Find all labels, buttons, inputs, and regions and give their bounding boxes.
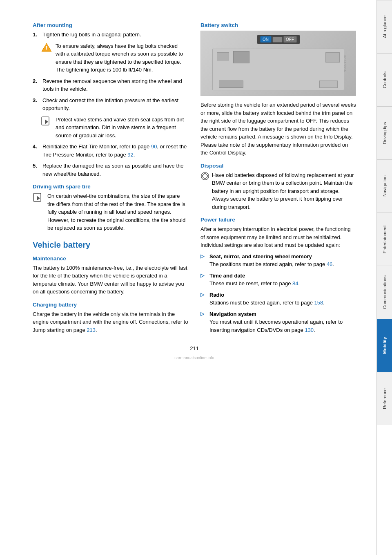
charging-battery-text: Charge the battery in the vehicle only v… xyxy=(33,310,188,334)
sidebar-tab-controls[interactable]: Controls xyxy=(377,53,392,106)
sidebar-tab-reference[interactable]: Reference xyxy=(377,372,392,425)
after-mounting-steps-2: 2. Reverse the removal sequence when sto… xyxy=(33,77,188,112)
step-5-num: 5. xyxy=(33,162,41,178)
sidebar-tab-communications[interactable]: Communications xyxy=(377,266,392,319)
bullet-arrow-4: ▷ xyxy=(200,310,206,334)
battery-switch-section: Battery switch ON OFF xyxy=(200,22,356,157)
sidebar-tab-at-a-glance[interactable]: At a glance xyxy=(377,0,392,53)
step-3: 3. Check and correct the tire inflation … xyxy=(33,96,188,112)
svg-marker-3 xyxy=(45,119,48,124)
battery-switch-buttons: ON OFF xyxy=(257,35,300,44)
step-2-num: 2. xyxy=(33,77,41,93)
disposal-icon xyxy=(200,172,209,181)
link-page-92[interactable]: 92 xyxy=(127,152,133,158)
bottom-watermark: carmanualsonline.info xyxy=(33,356,356,360)
power-failure-item-3: ▷ Radio Stations must be stored again, r… xyxy=(200,291,356,307)
step-4-num: 4. xyxy=(33,143,41,159)
step-4: 4. Reinitialize the Flat Tire Monitor, r… xyxy=(33,143,188,159)
switch-indicator xyxy=(272,37,282,43)
sidebar: At a glance Controls Driving tips Naviga… xyxy=(376,0,392,555)
battery-switch-text: Before storing the vehicle for an extend… xyxy=(200,101,356,157)
link-page-90[interactable]: 90 xyxy=(151,143,157,150)
step-4-text: Reinitialize the Flat Tire Monitor, refe… xyxy=(42,143,188,159)
step-5: 5. Replace the damaged tire as soon as p… xyxy=(33,162,188,178)
step-3-num: 3. xyxy=(33,96,41,112)
charging-battery-section: Charging battery Charge the battery in t… xyxy=(33,302,188,334)
spare-tire-text: On certain wheel-tire combinations, the … xyxy=(47,192,188,232)
sidebar-tab-entertainment[interactable]: Entertainment xyxy=(377,213,392,266)
after-mounting-section: After mounting 1. Tighten the lug bolts … xyxy=(33,22,188,178)
component-2 xyxy=(233,51,249,63)
step-1: 1. Tighten the lug bolts in a diagonal p… xyxy=(33,31,188,39)
switch-on-label: ON xyxy=(260,36,271,43)
step-1-num: 1. xyxy=(33,31,41,39)
component-3 xyxy=(325,52,340,63)
power-failure-item-2-text: Time and date These must be reset, refer… xyxy=(209,272,300,288)
disposal-info-box: Have old batteries disposed of following… xyxy=(200,171,356,211)
link-page-130[interactable]: 130 xyxy=(305,327,314,333)
bullet-arrow-3: ▷ xyxy=(200,291,206,307)
after-mounting-steps-3: 4. Reinitialize the Flat Tire Monitor, r… xyxy=(33,143,188,178)
svg-marker-5 xyxy=(37,196,40,201)
info-icon-1 xyxy=(41,116,52,126)
link-page-213[interactable]: 213 xyxy=(87,327,96,333)
step-5-text: Replace the damaged tire as soon as poss… xyxy=(42,162,188,178)
after-mounting-steps: 1. Tighten the lug bolts in a diagonal p… xyxy=(33,31,188,39)
bullet-arrow-2: ▷ xyxy=(200,272,206,288)
step-1-text: Tighten the lug bolts in a diagonal patt… xyxy=(42,31,141,39)
after-mounting-heading: After mounting xyxy=(33,22,188,28)
left-column: After mounting 1. Tighten the lug bolts … xyxy=(33,16,188,337)
driving-spare-tire-heading: Driving with spare tire xyxy=(33,184,188,190)
component-4 xyxy=(219,81,243,88)
power-failure-item-2: ▷ Time and date These must be reset, ref… xyxy=(200,272,356,288)
power-failure-intro: After a temporary interruption in electr… xyxy=(200,225,356,249)
charging-battery-heading: Charging battery xyxy=(33,302,188,308)
link-page-84[interactable]: 84 xyxy=(292,280,298,286)
sidebar-tab-mobility[interactable]: Mobility xyxy=(377,319,392,372)
switch-off-label: OFF xyxy=(283,36,296,43)
power-failure-item-4: ▷ Navigation system You must wait until … xyxy=(200,310,356,334)
sidebar-tab-driving-tips[interactable]: Driving tips xyxy=(377,106,392,159)
disposal-section: Disposal Have old batteries disposed of … xyxy=(200,163,356,211)
spare-tire-info: On certain wheel-tire combinations, the … xyxy=(33,192,188,232)
info-box-1: Protect valve stems and valve stem seal … xyxy=(41,116,188,140)
maintenance-text: The battery is 100% maintenance-free, i.… xyxy=(33,264,188,296)
power-failure-list: ▷ Seat, mirror, and steering wheel memor… xyxy=(200,253,356,334)
component-1 xyxy=(217,52,229,60)
power-failure-item-1: ▷ Seat, mirror, and steering wheel memor… xyxy=(200,253,356,269)
maintenance-section: Maintenance The battery is 100% maintena… xyxy=(33,255,188,296)
link-page-46[interactable]: 46 xyxy=(327,261,332,267)
driving-spare-tire-section: Driving with spare tire On certain wheel… xyxy=(33,184,188,232)
warning-box-1: ! To ensure safety, always have the lug … xyxy=(41,42,188,74)
step-3-text: Check and correct the tire inflation pre… xyxy=(42,96,188,112)
link-page-158[interactable]: 158 xyxy=(314,300,323,306)
info-1-text: Protect valve stems and valve stem seal … xyxy=(56,116,188,140)
svg-text:!: ! xyxy=(46,45,48,51)
watermark-text: UC2A08GA xyxy=(343,55,347,72)
battery-image-inner: ON OFF xyxy=(201,31,356,96)
disposal-text: Have old batteries disposed of following… xyxy=(212,171,356,211)
page-number: 211 xyxy=(33,345,356,351)
component-5 xyxy=(319,81,338,88)
power-failure-heading: Power failure xyxy=(200,217,356,223)
info-icon-2 xyxy=(33,192,44,202)
bullet-arrow-1: ▷ xyxy=(200,253,206,269)
vehicle-battery-heading: Vehicle battery xyxy=(33,240,188,250)
power-failure-item-3-text: Radio Stations must be stored again, ref… xyxy=(209,291,325,307)
battery-switch-image: ON OFF xyxy=(200,31,356,96)
sidebar-tab-navigation[interactable]: Navigation xyxy=(377,159,392,213)
power-failure-item-4-text: Navigation system You must wait until it… xyxy=(209,310,356,334)
power-failure-section: Power failure After a temporary interrup… xyxy=(200,217,356,334)
disposal-heading: Disposal xyxy=(200,163,356,169)
step-2: 2. Reverse the removal sequence when sto… xyxy=(33,77,188,93)
warning-icon-1: ! xyxy=(41,43,52,52)
maintenance-heading: Maintenance xyxy=(33,255,188,262)
power-failure-item-1-text: Seat, mirror, and steering wheel memory … xyxy=(209,253,334,269)
engine-illustration xyxy=(212,49,344,91)
right-column: Battery switch ON OFF xyxy=(200,16,356,337)
vehicle-battery-section: Vehicle battery Maintenance The battery … xyxy=(33,240,188,334)
battery-switch-heading: Battery switch xyxy=(200,22,356,28)
warning-1-text: To ensure safety, always have the lug bo… xyxy=(56,42,188,74)
step-2-text: Reverse the removal sequence when storin… xyxy=(42,77,188,93)
